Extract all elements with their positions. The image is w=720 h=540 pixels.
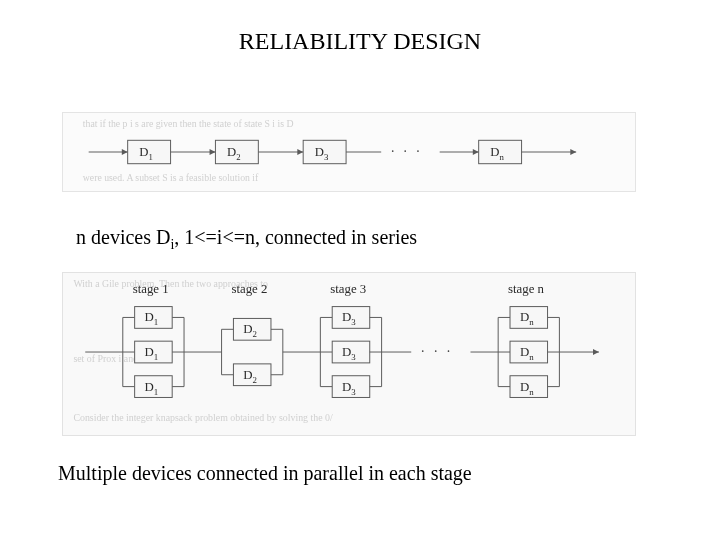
dna-sub: n [529,317,534,327]
d3b-label: D [342,345,351,359]
d2a-sub: 2 [253,329,257,339]
svg-marker-11 [297,149,303,155]
dnc-label: D [520,380,529,394]
page-title: RELIABILITY DESIGN [0,28,720,55]
caption-series-post: , 1<=i<=n, connected in series [174,226,417,248]
caption-series-pre: n devices D [76,226,170,248]
d3c-label: D [342,380,351,394]
svg-marker-82 [593,349,599,355]
stage-n-label: stage n [508,282,545,296]
d1a-sub: 1 [154,317,158,327]
device-2-sub: 2 [236,152,240,162]
d3a-label: D [342,310,351,324]
device-1-sub: 1 [149,152,153,162]
d2a-label: D [243,322,252,336]
d1b-label: D [145,345,154,359]
figure-series: that if the p i s are given then the sta… [62,112,636,192]
d3a-sub: 3 [351,317,356,327]
d1a-label: D [145,310,154,324]
svg-marker-20 [570,149,576,155]
d1c-sub: 1 [154,387,158,397]
d3b-sub: 3 [351,352,356,362]
device-n-sub: n [500,152,505,162]
device-3-label: D [315,145,324,159]
dnb-sub: n [529,352,534,362]
d1b-sub: 1 [154,352,158,362]
stage-2-label: stage 2 [231,282,267,296]
svg-text:Consider the integer knapsack : Consider the integer knapsack problem ob… [73,412,333,423]
dna-label: D [520,310,529,324]
stage-1-label: stage 1 [133,282,169,296]
svg-marker-3 [122,149,128,155]
svg-marker-16 [473,149,479,155]
figure-parallel: With a Gile problem. Then the two approa… [62,272,636,436]
d2b-label: D [243,368,252,382]
svg-text:set of Prox i and: set of Prox i and [73,353,138,364]
d2b-sub: 2 [253,375,257,385]
stage-3-label: stage 3 [330,282,366,296]
caption-parallel: Multiple devices connected in parallel i… [58,462,472,485]
ellipsis-icon: · · · [421,344,453,359]
d1c-label: D [145,380,154,394]
device-3-sub: 3 [324,152,329,162]
dnc-sub: n [529,387,534,397]
caption-series: n devices Di, 1<=i<=n, connected in seri… [76,226,417,253]
ellipsis-icon: · · · [391,144,423,159]
d3c-sub: 3 [351,387,356,397]
dnb-label: D [520,345,529,359]
svg-marker-7 [210,149,216,155]
device-1-label: D [139,145,148,159]
device-n-label: D [490,145,499,159]
device-2-label: D [227,145,236,159]
svg-text:that if the p i s are given th: that if the p i s are given then the sta… [83,118,294,129]
svg-text:were used. A subset S is a fea: were used. A subset S is a feasible solu… [83,172,259,183]
